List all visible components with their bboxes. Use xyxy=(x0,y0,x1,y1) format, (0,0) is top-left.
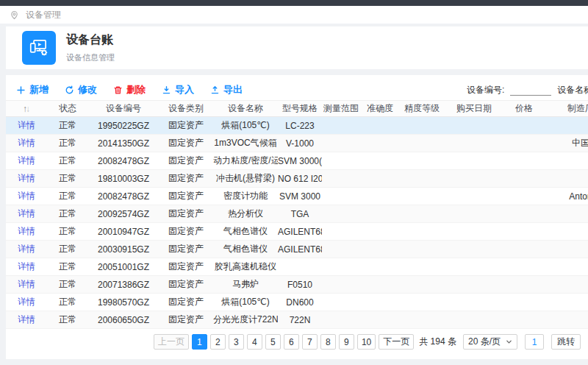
export-button[interactable]: 导出 xyxy=(210,83,243,96)
plus-icon xyxy=(16,85,26,95)
cell-status: 正常 xyxy=(47,205,88,223)
cell-category: 固定资产 xyxy=(159,205,213,223)
cell-precision xyxy=(400,135,444,152)
column-header: 价格 xyxy=(504,101,544,117)
toolbar-actions: 新增 修改 删除 导入 导出 xyxy=(16,83,243,96)
import-button[interactable]: 导入 xyxy=(162,83,194,96)
table-row: 详情正常20030915GZ固定资产气相色谱仪AGILENT6890 xyxy=(6,241,588,258)
page-title: 设备台账 xyxy=(66,32,115,48)
cell-category: 固定资产 xyxy=(159,241,213,258)
cell-accuracy xyxy=(360,205,400,223)
cell-model: DN600 xyxy=(278,294,322,311)
jump-page-input[interactable] xyxy=(525,334,544,350)
detail-link[interactable]: 详情 xyxy=(18,173,35,183)
detail-link[interactable]: 详情 xyxy=(18,138,35,148)
cell-model: SVM 3000 xyxy=(278,188,322,205)
add-button[interactable]: 新增 xyxy=(16,83,49,96)
pagination: 上一页 12345678910 下一页 共 194 条 20 条/页 跳转 xyxy=(6,334,588,350)
cell-status: 正常 xyxy=(47,152,88,170)
detail-link[interactable]: 详情 xyxy=(18,279,35,289)
detail-link[interactable]: 详情 xyxy=(18,297,35,307)
table-row: 详情正常20060650GZ固定资产分光光度计722N722N xyxy=(6,311,588,329)
page-button-7[interactable]: 7 xyxy=(302,334,318,350)
cell-category: 固定资产 xyxy=(159,170,213,188)
cell-status: 正常 xyxy=(47,258,88,276)
sort-down-icon: ↓ xyxy=(26,104,30,114)
cell-device_no: 19980570GZ xyxy=(88,294,159,311)
cell-precision xyxy=(400,188,444,205)
detail-link[interactable]: 详情 xyxy=(18,226,35,236)
cell-purchase_date xyxy=(444,223,504,241)
page-size-select[interactable]: 20 条/页 xyxy=(463,334,517,350)
column-header: 型号规格 xyxy=(278,101,322,117)
cell-manufacturer xyxy=(544,294,588,311)
table-row: 详情正常19950225GZ固定资产烘箱(105℃)LC-223 xyxy=(6,117,588,135)
cell-model: 722N xyxy=(278,311,322,329)
cell-detail: 详情 xyxy=(6,311,47,329)
cell-purchase_date xyxy=(444,170,504,188)
window-top-strip xyxy=(0,0,588,6)
page-button-4[interactable]: 4 xyxy=(247,334,262,350)
detail-link[interactable]: 详情 xyxy=(18,155,35,166)
cell-price xyxy=(504,152,544,170)
detail-link[interactable]: 详情 xyxy=(18,208,35,219)
cell-precision xyxy=(400,276,444,294)
cell-range xyxy=(322,241,360,258)
cell-name: 胶乳高速机稳仪 xyxy=(213,258,278,276)
edit-button[interactable]: 修改 xyxy=(65,83,97,96)
page-button-5[interactable]: 5 xyxy=(265,334,281,350)
cell-name: 1m3VOC气候箱 xyxy=(213,135,278,152)
cell-manufacturer xyxy=(544,205,588,223)
page-button-8[interactable]: 8 xyxy=(320,334,336,350)
detail-link[interactable]: 详情 xyxy=(18,244,35,254)
main-card: 新增 修改 删除 导入 导出 设备编号: 设备名称 xyxy=(6,75,588,359)
cell-device_no: 20082478GZ xyxy=(88,188,159,205)
table-row: 详情正常19810003GZ固定资产冲击机(悬臂梁)NO 612 I20D xyxy=(6,170,588,188)
cell-category: 固定资产 xyxy=(159,135,213,152)
page-button-6[interactable]: 6 xyxy=(284,334,299,350)
column-header: 准确度 xyxy=(360,101,400,117)
prev-page-button[interactable]: 上一页 xyxy=(154,334,189,350)
cell-device_no: 19810003GZ xyxy=(88,170,159,188)
breadcrumb: 设备管理 xyxy=(0,6,588,24)
page-button-3[interactable]: 3 xyxy=(229,334,244,350)
cell-category: 固定资产 xyxy=(159,117,213,135)
page-button-9[interactable]: 9 xyxy=(339,334,354,350)
page-button-10[interactable]: 10 xyxy=(357,334,376,350)
cell-accuracy xyxy=(360,294,400,311)
sort-toggle[interactable]: ↑↓ xyxy=(6,101,47,117)
cell-detail: 详情 xyxy=(6,241,47,258)
export-button-label: 导出 xyxy=(223,83,243,96)
detail-link[interactable]: 详情 xyxy=(18,261,35,272)
page-button-2[interactable]: 2 xyxy=(210,334,226,350)
cell-model: AGILENT6890 xyxy=(278,241,322,258)
cell-detail: 详情 xyxy=(6,135,47,152)
next-page-button[interactable]: 下一页 xyxy=(379,334,414,350)
delete-button[interactable]: 删除 xyxy=(113,83,146,96)
cell-name: 动力粘度/密度/运... xyxy=(213,152,278,170)
cell-category: 固定资产 xyxy=(159,188,213,205)
page-button-1[interactable]: 1 xyxy=(192,334,207,350)
cell-purchase_date xyxy=(444,294,504,311)
column-header: 设备名称 xyxy=(213,101,278,117)
cell-status: 正常 xyxy=(47,241,88,258)
cell-price xyxy=(504,276,544,294)
cell-category: 固定资产 xyxy=(159,152,213,170)
detail-link[interactable]: 详情 xyxy=(18,191,35,201)
cell-accuracy xyxy=(360,311,400,329)
jump-button[interactable]: 跳转 xyxy=(551,334,581,350)
cell-model: TGA xyxy=(278,205,322,223)
cell-detail: 详情 xyxy=(6,152,47,170)
cell-accuracy xyxy=(360,188,400,205)
device-no-search-input[interactable] xyxy=(510,84,551,96)
table-row: 详情正常20141350GZ固定资产1m3VOC气候箱V-1000中国 xyxy=(6,135,588,152)
detail-link[interactable]: 详情 xyxy=(18,120,35,130)
cell-category: 固定资产 xyxy=(159,258,213,276)
table-row: 详情正常20071386GZ固定资产马弗炉F0510 xyxy=(6,276,588,294)
detail-link[interactable]: 详情 xyxy=(18,314,35,325)
cell-precision xyxy=(400,223,444,241)
column-header: 设备编号 xyxy=(88,101,159,117)
cell-accuracy xyxy=(360,117,400,135)
cell-device_no: 20060650GZ xyxy=(88,311,159,329)
search-area: 设备编号: 设备名称 xyxy=(467,84,588,96)
